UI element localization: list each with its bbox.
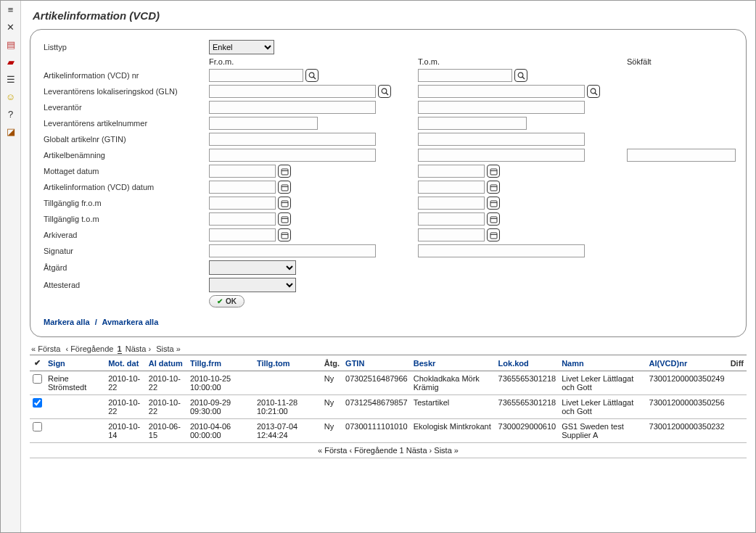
gln-to[interactable]: [418, 85, 585, 98]
svg-line-3: [522, 77, 525, 79]
tillg-tom-from[interactable]: [209, 212, 276, 226]
ai-datum-to[interactable]: [418, 181, 485, 194]
col-tillgtom[interactable]: Tillg.tom: [254, 355, 321, 371]
tillg-tom-label: Tillgänglig t.o.m: [44, 215, 203, 223]
gtin-to[interactable]: [418, 133, 585, 146]
calendar-icon[interactable]: [278, 181, 291, 194]
arkiverad-to[interactable]: [418, 228, 485, 241]
calendar-icon[interactable]: [487, 197, 500, 210]
pager-prev[interactable]: ‹ Föregående: [64, 344, 115, 353]
doc-icon[interactable]: ▤: [5, 38, 17, 50]
svg-rect-26: [490, 233, 497, 239]
pager-next[interactable]: Nästa ›: [124, 344, 152, 353]
col-sign[interactable]: Sign: [45, 355, 105, 371]
cell-tillgfrm: 2010-10-25 10:00:00: [187, 371, 254, 395]
cell-motdat: 2010-10-14: [105, 419, 146, 443]
mottaget-to[interactable]: [418, 165, 485, 178]
cell-lokkod: 7365565301218: [496, 395, 559, 419]
cell-beskr: Chokladkaka Mörk Krämig: [411, 371, 496, 395]
user-icon[interactable]: ☺: [5, 91, 17, 102]
calendar-icon[interactable]: [278, 165, 291, 178]
check-icon: ✔: [217, 297, 223, 305]
leverantor-to[interactable]: [418, 101, 585, 114]
lev-artnr-to[interactable]: [418, 117, 527, 130]
row-checkbox[interactable]: [33, 422, 42, 431]
benamning-from[interactable]: [209, 149, 376, 162]
calendar-icon[interactable]: [487, 165, 500, 178]
atgard-select[interactable]: [209, 260, 296, 275]
svg-rect-20: [282, 217, 288, 223]
ai-datum-from[interactable]: [209, 181, 276, 194]
search-icon[interactable]: [514, 69, 527, 82]
signatur-to[interactable]: [418, 244, 585, 257]
calendar-icon[interactable]: [278, 228, 291, 241]
cell-diff: [728, 371, 747, 395]
search-icon[interactable]: [378, 85, 391, 98]
col-gtin[interactable]: GTIN: [342, 355, 411, 371]
benamning-to[interactable]: [418, 149, 585, 162]
close-icon[interactable]: ✕: [5, 21, 17, 33]
cell-beskr: Testartikel: [411, 395, 496, 419]
calendar-icon[interactable]: [487, 181, 500, 194]
col-namn[interactable]: Namn: [559, 355, 646, 371]
gln-from[interactable]: [209, 85, 376, 98]
tillg-from-to[interactable]: [418, 197, 485, 210]
list-icon[interactable]: ≡: [5, 4, 17, 15]
listtyp-select[interactable]: Enkel: [209, 40, 274, 54]
row-checkbox[interactable]: [33, 374, 42, 384]
markera-alla-link[interactable]: Markera alla: [44, 318, 90, 326]
cell-motdat: 2010-10-22: [105, 371, 146, 395]
pager-first[interactable]: « Första: [30, 344, 62, 353]
cell-tillgtom: [254, 371, 321, 395]
col-check[interactable]: ✔: [30, 355, 45, 371]
col-tillgfrm[interactable]: Tillg.frm: [187, 355, 254, 371]
search-icon[interactable]: [305, 69, 319, 82]
cell-atg: Ny: [321, 371, 342, 395]
pager-last[interactable]: Sista »: [155, 344, 182, 353]
listtyp-label: Listtyp: [44, 43, 203, 51]
benamning-sok[interactable]: [627, 149, 736, 162]
signatur-from[interactable]: [209, 244, 376, 257]
search-icon[interactable]: [587, 85, 600, 98]
calendar-icon[interactable]: [487, 212, 500, 226]
col-beskr[interactable]: Beskr: [411, 355, 496, 371]
mottaget-from[interactable]: [209, 165, 276, 178]
cell-aidatum: 2010-10-22: [146, 395, 187, 419]
col-aivcdnr[interactable]: AI(VCD)nr: [646, 355, 728, 371]
calendar-icon[interactable]: [278, 197, 291, 210]
attesterad-select[interactable]: [209, 278, 296, 292]
arkiverad-from[interactable]: [209, 228, 276, 241]
svg-rect-18: [490, 201, 497, 207]
lev-artnr-from[interactable]: [209, 117, 318, 130]
calendar-icon[interactable]: [487, 228, 500, 241]
col-aidatum[interactable]: AI datum: [146, 355, 187, 371]
col-lokkod[interactable]: Lok.kod: [496, 355, 559, 371]
pager-prev[interactable]: ‹ Föregående: [349, 446, 397, 455]
cell-lokkod: 7300029000610: [496, 419, 559, 443]
table-row: 2010-10-222010-10-222010-09-29 09:30:002…: [30, 395, 747, 419]
signatur-label: Signatur: [44, 247, 203, 255]
calendar-icon[interactable]: [278, 212, 291, 226]
exit-icon[interactable]: ◪: [5, 125, 17, 137]
tillg-tom-to[interactable]: [418, 212, 485, 226]
svg-rect-24: [282, 233, 288, 239]
pager-current: 1: [400, 446, 404, 455]
pager-next[interactable]: Nästa ›: [406, 446, 432, 455]
help-icon[interactable]: ?: [5, 108, 17, 120]
tillg-from-from[interactable]: [209, 197, 276, 210]
stack-icon[interactable]: ☰: [5, 73, 17, 85]
cell-aivcdnr: 73001200000350249: [646, 371, 728, 395]
pdf-icon[interactable]: ▰: [5, 56, 17, 67]
gtin-from[interactable]: [209, 133, 376, 146]
ok-button[interactable]: ✔OK: [209, 295, 245, 307]
col-motdat[interactable]: Mot. dat: [105, 355, 146, 371]
ai-nr-from[interactable]: [209, 69, 303, 82]
pager-first[interactable]: « Första: [318, 446, 347, 455]
pager-last[interactable]: Sista »: [434, 446, 459, 455]
ai-nr-to[interactable]: [418, 69, 512, 82]
leverantor-from[interactable]: [209, 101, 376, 114]
row-checkbox[interactable]: [33, 398, 42, 408]
cell-namn: Livet Leker Lättlagat och Gott: [559, 395, 646, 419]
avmarkera-alla-link[interactable]: Avmarkera alla: [102, 318, 158, 326]
tom-header: T.o.m.: [418, 57, 621, 66]
